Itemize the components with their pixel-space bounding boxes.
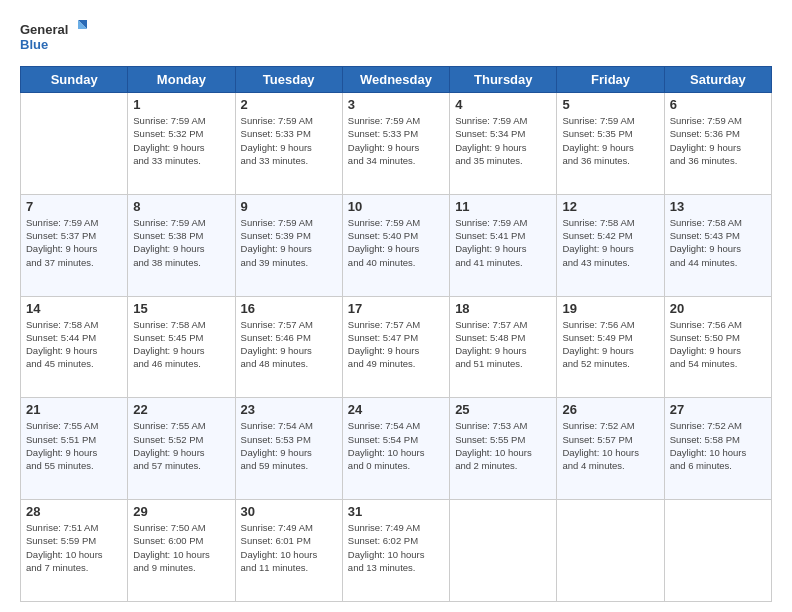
day-header-friday: Friday (557, 67, 664, 93)
day-number: 20 (670, 301, 766, 316)
calendar-cell (557, 500, 664, 602)
day-header-thursday: Thursday (450, 67, 557, 93)
calendar-cell: 9Sunrise: 7:59 AMSunset: 5:39 PMDaylight… (235, 194, 342, 296)
calendar-header-row: SundayMondayTuesdayWednesdayThursdayFrid… (21, 67, 772, 93)
day-info: Sunrise: 7:59 AMSunset: 5:39 PMDaylight:… (241, 216, 337, 269)
day-number: 24 (348, 402, 444, 417)
calendar-cell: 21Sunrise: 7:55 AMSunset: 5:51 PMDayligh… (21, 398, 128, 500)
day-number: 12 (562, 199, 658, 214)
day-info: Sunrise: 7:57 AMSunset: 5:47 PMDaylight:… (348, 318, 444, 371)
day-number: 8 (133, 199, 229, 214)
day-info: Sunrise: 7:53 AMSunset: 5:55 PMDaylight:… (455, 419, 551, 472)
calendar-table: SundayMondayTuesdayWednesdayThursdayFrid… (20, 66, 772, 602)
calendar-cell: 28Sunrise: 7:51 AMSunset: 5:59 PMDayligh… (21, 500, 128, 602)
day-info: Sunrise: 7:49 AMSunset: 6:01 PMDaylight:… (241, 521, 337, 574)
day-number: 13 (670, 199, 766, 214)
calendar-week-row: 14Sunrise: 7:58 AMSunset: 5:44 PMDayligh… (21, 296, 772, 398)
calendar-cell (664, 500, 771, 602)
day-number: 21 (26, 402, 122, 417)
day-info: Sunrise: 7:52 AMSunset: 5:58 PMDaylight:… (670, 419, 766, 472)
day-info: Sunrise: 7:57 AMSunset: 5:46 PMDaylight:… (241, 318, 337, 371)
day-info: Sunrise: 7:58 AMSunset: 5:42 PMDaylight:… (562, 216, 658, 269)
day-info: Sunrise: 7:52 AMSunset: 5:57 PMDaylight:… (562, 419, 658, 472)
calendar-cell: 23Sunrise: 7:54 AMSunset: 5:53 PMDayligh… (235, 398, 342, 500)
day-number: 3 (348, 97, 444, 112)
calendar-cell: 4Sunrise: 7:59 AMSunset: 5:34 PMDaylight… (450, 93, 557, 195)
day-number: 16 (241, 301, 337, 316)
header: General Blue (20, 16, 772, 56)
calendar-cell: 22Sunrise: 7:55 AMSunset: 5:52 PMDayligh… (128, 398, 235, 500)
day-header-tuesday: Tuesday (235, 67, 342, 93)
calendar-cell: 1Sunrise: 7:59 AMSunset: 5:32 PMDaylight… (128, 93, 235, 195)
calendar-cell: 15Sunrise: 7:58 AMSunset: 5:45 PMDayligh… (128, 296, 235, 398)
svg-text:Blue: Blue (20, 37, 48, 52)
calendar-cell: 13Sunrise: 7:58 AMSunset: 5:43 PMDayligh… (664, 194, 771, 296)
calendar-cell: 16Sunrise: 7:57 AMSunset: 5:46 PMDayligh… (235, 296, 342, 398)
calendar-cell: 29Sunrise: 7:50 AMSunset: 6:00 PMDayligh… (128, 500, 235, 602)
day-info: Sunrise: 7:59 AMSunset: 5:37 PMDaylight:… (26, 216, 122, 269)
svg-text:General: General (20, 22, 68, 37)
day-info: Sunrise: 7:51 AMSunset: 5:59 PMDaylight:… (26, 521, 122, 574)
day-number: 11 (455, 199, 551, 214)
day-number: 15 (133, 301, 229, 316)
day-info: Sunrise: 7:59 AMSunset: 5:33 PMDaylight:… (241, 114, 337, 167)
day-number: 28 (26, 504, 122, 519)
calendar-cell: 19Sunrise: 7:56 AMSunset: 5:49 PMDayligh… (557, 296, 664, 398)
calendar-cell: 7Sunrise: 7:59 AMSunset: 5:37 PMDaylight… (21, 194, 128, 296)
day-info: Sunrise: 7:54 AMSunset: 5:53 PMDaylight:… (241, 419, 337, 472)
calendar-week-row: 1Sunrise: 7:59 AMSunset: 5:32 PMDaylight… (21, 93, 772, 195)
calendar-cell: 2Sunrise: 7:59 AMSunset: 5:33 PMDaylight… (235, 93, 342, 195)
calendar-week-row: 7Sunrise: 7:59 AMSunset: 5:37 PMDaylight… (21, 194, 772, 296)
day-header-monday: Monday (128, 67, 235, 93)
day-number: 6 (670, 97, 766, 112)
day-info: Sunrise: 7:58 AMSunset: 5:43 PMDaylight:… (670, 216, 766, 269)
day-info: Sunrise: 7:59 AMSunset: 5:34 PMDaylight:… (455, 114, 551, 167)
calendar-cell: 24Sunrise: 7:54 AMSunset: 5:54 PMDayligh… (342, 398, 449, 500)
calendar-cell: 30Sunrise: 7:49 AMSunset: 6:01 PMDayligh… (235, 500, 342, 602)
calendar-cell: 31Sunrise: 7:49 AMSunset: 6:02 PMDayligh… (342, 500, 449, 602)
day-number: 27 (670, 402, 766, 417)
day-info: Sunrise: 7:59 AMSunset: 5:35 PMDaylight:… (562, 114, 658, 167)
day-info: Sunrise: 7:59 AMSunset: 5:38 PMDaylight:… (133, 216, 229, 269)
calendar-cell: 12Sunrise: 7:58 AMSunset: 5:42 PMDayligh… (557, 194, 664, 296)
day-number: 9 (241, 199, 337, 214)
day-info: Sunrise: 7:58 AMSunset: 5:45 PMDaylight:… (133, 318, 229, 371)
calendar-cell: 14Sunrise: 7:58 AMSunset: 5:44 PMDayligh… (21, 296, 128, 398)
calendar-cell: 6Sunrise: 7:59 AMSunset: 5:36 PMDaylight… (664, 93, 771, 195)
day-number: 31 (348, 504, 444, 519)
calendar-cell: 5Sunrise: 7:59 AMSunset: 5:35 PMDaylight… (557, 93, 664, 195)
day-info: Sunrise: 7:50 AMSunset: 6:00 PMDaylight:… (133, 521, 229, 574)
calendar-cell: 11Sunrise: 7:59 AMSunset: 5:41 PMDayligh… (450, 194, 557, 296)
day-info: Sunrise: 7:55 AMSunset: 5:51 PMDaylight:… (26, 419, 122, 472)
day-number: 10 (348, 199, 444, 214)
day-number: 7 (26, 199, 122, 214)
day-info: Sunrise: 7:56 AMSunset: 5:49 PMDaylight:… (562, 318, 658, 371)
day-info: Sunrise: 7:59 AMSunset: 5:32 PMDaylight:… (133, 114, 229, 167)
day-info: Sunrise: 7:56 AMSunset: 5:50 PMDaylight:… (670, 318, 766, 371)
day-info: Sunrise: 7:58 AMSunset: 5:44 PMDaylight:… (26, 318, 122, 371)
day-header-sunday: Sunday (21, 67, 128, 93)
day-number: 18 (455, 301, 551, 316)
calendar-cell: 26Sunrise: 7:52 AMSunset: 5:57 PMDayligh… (557, 398, 664, 500)
calendar-cell: 25Sunrise: 7:53 AMSunset: 5:55 PMDayligh… (450, 398, 557, 500)
day-number: 14 (26, 301, 122, 316)
day-number: 25 (455, 402, 551, 417)
day-number: 19 (562, 301, 658, 316)
day-info: Sunrise: 7:49 AMSunset: 6:02 PMDaylight:… (348, 521, 444, 574)
calendar-cell: 20Sunrise: 7:56 AMSunset: 5:50 PMDayligh… (664, 296, 771, 398)
calendar-cell: 10Sunrise: 7:59 AMSunset: 5:40 PMDayligh… (342, 194, 449, 296)
day-info: Sunrise: 7:59 AMSunset: 5:36 PMDaylight:… (670, 114, 766, 167)
day-info: Sunrise: 7:54 AMSunset: 5:54 PMDaylight:… (348, 419, 444, 472)
day-number: 30 (241, 504, 337, 519)
calendar-cell: 3Sunrise: 7:59 AMSunset: 5:33 PMDaylight… (342, 93, 449, 195)
calendar-cell: 27Sunrise: 7:52 AMSunset: 5:58 PMDayligh… (664, 398, 771, 500)
day-info: Sunrise: 7:59 AMSunset: 5:40 PMDaylight:… (348, 216, 444, 269)
day-info: Sunrise: 7:55 AMSunset: 5:52 PMDaylight:… (133, 419, 229, 472)
calendar-cell (21, 93, 128, 195)
calendar-cell: 17Sunrise: 7:57 AMSunset: 5:47 PMDayligh… (342, 296, 449, 398)
calendar-week-row: 21Sunrise: 7:55 AMSunset: 5:51 PMDayligh… (21, 398, 772, 500)
day-number: 1 (133, 97, 229, 112)
day-info: Sunrise: 7:57 AMSunset: 5:48 PMDaylight:… (455, 318, 551, 371)
day-number: 23 (241, 402, 337, 417)
day-header-saturday: Saturday (664, 67, 771, 93)
